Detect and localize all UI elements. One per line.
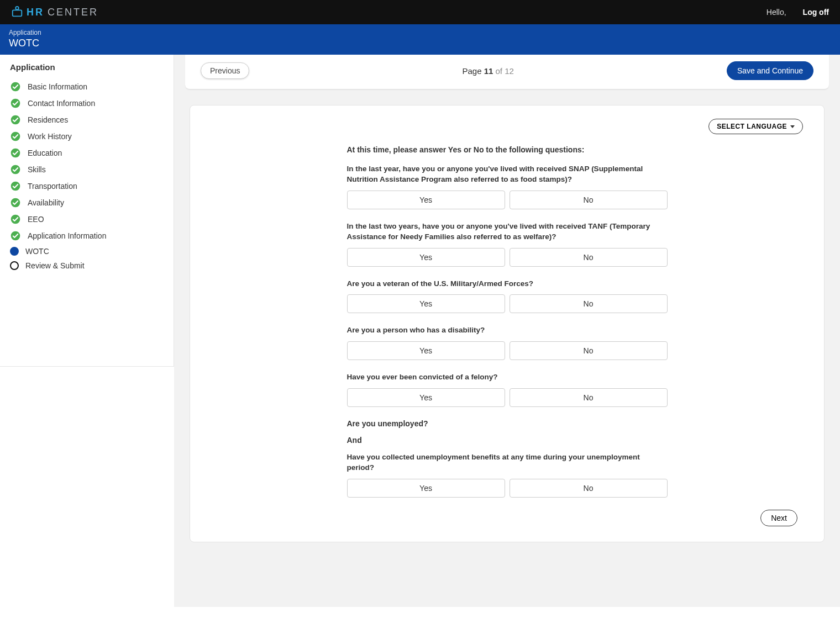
question-1: In the last year, have you or anyone you… (347, 164, 668, 209)
sidebar-step-label: Transportation (28, 182, 77, 191)
sidebar-step-label: Contact Information (28, 99, 95, 108)
question-3: Are you a veteran of the U.S. Military/A… (347, 279, 668, 314)
sidebar-step-6[interactable]: Transportation (10, 178, 164, 194)
question-6: Have you collected unemployment benefits… (347, 452, 668, 498)
sidebar-step-label: EEO (28, 215, 44, 224)
page-of: of (493, 66, 505, 76)
sidebar-step-11[interactable]: Review & Submit (10, 258, 164, 273)
form-body: At this time, please answer Yes or No to… (347, 145, 668, 498)
hello-label: Hello, (767, 8, 786, 17)
page-indicator: Page 11 of 12 (462, 66, 513, 76)
topbar: HRCENTER Hello, Log off (0, 0, 840, 24)
sidebar-step-label: Skills (28, 165, 46, 174)
save-and-continue-button[interactable]: Save and Continue (727, 61, 813, 80)
sidebar-step-8[interactable]: EEO (10, 211, 164, 228)
check-circle-icon (10, 164, 21, 175)
sidebar-step-label: Education (28, 149, 62, 157)
page-number-total: 12 (505, 66, 514, 76)
sidebar-title: Application (10, 62, 164, 72)
briefcase-icon (11, 6, 23, 18)
page-prefix: Page (462, 66, 484, 76)
question-6a-text: Are you unemployed? (347, 419, 668, 428)
sidebar-step-4[interactable]: Education (10, 145, 164, 161)
main-area: Previous Page 11 of 12 Save and Continue… (174, 55, 840, 607)
page-number-current: 11 (484, 66, 494, 76)
sidebar-step-1[interactable]: Contact Information (10, 95, 164, 112)
next-button[interactable]: Next (760, 510, 797, 526)
question-5: Have you ever been convicted of a felony… (347, 372, 668, 407)
svg-point-1 (15, 7, 19, 9)
question-4-no-button[interactable]: No (510, 341, 668, 360)
logo-text-center: CENTER (48, 7, 98, 18)
logo[interactable]: HRCENTER (11, 6, 98, 18)
sidebar-step-9[interactable]: Application Information (10, 228, 164, 244)
sidebar-step-label: Availability (28, 198, 64, 207)
check-circle-icon (10, 98, 21, 109)
sidebar-step-5[interactable]: Skills (10, 161, 164, 178)
check-circle-icon (10, 147, 21, 158)
question-6-no-button[interactable]: No (510, 479, 668, 498)
pager-bar: Previous Page 11 of 12 Save and Continue (185, 55, 829, 89)
check-circle-icon (10, 114, 21, 125)
sidebar-step-10[interactable]: WOTC (10, 244, 164, 258)
sidebar-step-0[interactable]: Basic Information (10, 78, 164, 95)
sidebar-step-label: Application Information (28, 231, 106, 240)
question-3-text: Are you a veteran of the U.S. Military/A… (347, 279, 668, 289)
question-1-text: In the last year, have you or anyone you… (347, 164, 668, 185)
question-4-text: Are you a person who has a disability? (347, 325, 668, 336)
open-step-icon (10, 261, 19, 270)
check-circle-icon (10, 131, 21, 142)
sidebar-step-7[interactable]: Availability (10, 194, 164, 211)
svg-rect-0 (13, 10, 22, 16)
sidebar-step-2[interactable]: Residences (10, 112, 164, 128)
previous-button[interactable]: Previous (201, 62, 249, 79)
blue-header: Application WOTC (0, 24, 840, 55)
question-2: In the last two years, have you or anyon… (347, 221, 668, 267)
sidebar-step-label: Basic Information (28, 82, 87, 91)
page-title: WOTC (9, 38, 831, 49)
question-3-no-button[interactable]: No (510, 294, 668, 313)
question-5-text: Have you ever been convicted of a felony… (347, 372, 668, 383)
question-6-yes-button[interactable]: Yes (347, 479, 505, 498)
question-4-yes-button[interactable]: Yes (347, 341, 505, 360)
question-2-yes-button[interactable]: Yes (347, 248, 505, 267)
sidebar-step-label: Review & Submit (25, 261, 85, 270)
select-language-label: SELECT LANGUAGE (717, 123, 787, 130)
question-2-no-button[interactable]: No (510, 248, 668, 267)
logoff-link[interactable]: Log off (803, 8, 829, 17)
form-intro: At this time, please answer Yes or No to… (347, 145, 668, 154)
question-4: Are you a person who has a disability?Ye… (347, 325, 668, 360)
sidebar: Application Basic InformationContact Inf… (0, 55, 174, 367)
question-6b-text: Have you collected unemployment benefits… (347, 452, 668, 473)
check-circle-icon (10, 81, 21, 92)
check-circle-icon (10, 197, 21, 208)
question-5-no-button[interactable]: No (510, 388, 668, 407)
question-5-yes-button[interactable]: Yes (347, 388, 505, 407)
topbar-right: Hello, Log off (767, 8, 829, 17)
logo-text-hr: HR (27, 7, 44, 18)
current-step-icon (10, 247, 19, 256)
question-3-yes-button[interactable]: Yes (347, 294, 505, 313)
question-2-text: In the last two years, have you or anyon… (347, 221, 668, 242)
and-label: And (347, 436, 668, 445)
check-circle-icon (10, 230, 21, 241)
check-circle-icon (10, 181, 21, 192)
check-circle-icon (10, 214, 21, 225)
question-1-yes-button[interactable]: Yes (347, 191, 505, 209)
sidebar-step-label: WOTC (25, 247, 49, 256)
breadcrumb: Application (9, 29, 831, 36)
form-card: SELECT LANGUAGE At this time, please ans… (190, 105, 825, 542)
chevron-down-icon (790, 125, 795, 128)
select-language-button[interactable]: SELECT LANGUAGE (708, 119, 803, 134)
sidebar-step-label: Residences (28, 115, 68, 124)
question-1-no-button[interactable]: No (510, 191, 668, 209)
sidebar-step-3[interactable]: Work History (10, 128, 164, 145)
sidebar-step-label: Work History (28, 132, 72, 141)
